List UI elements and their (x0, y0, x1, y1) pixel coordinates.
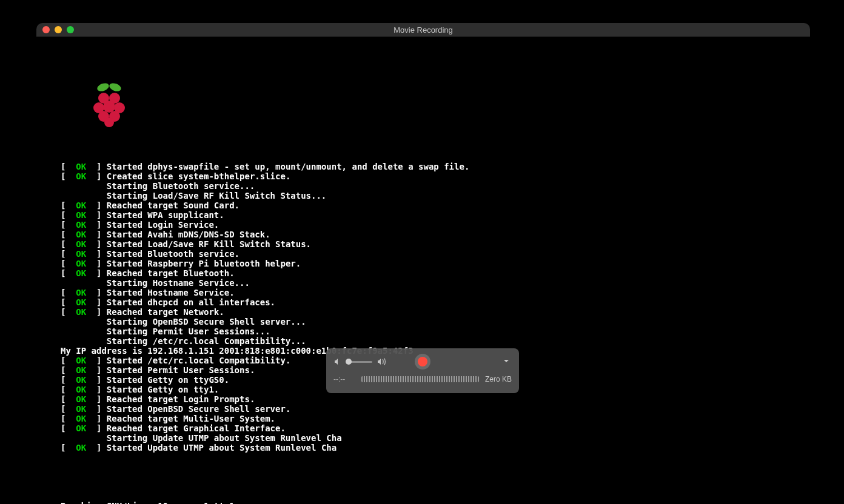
options-chevron-icon[interactable] (503, 357, 512, 366)
boot-line: [ OK ] Reached target Sound Card. (61, 201, 469, 210)
boot-line: Starting Bluetooth service... (61, 181, 469, 191)
boot-line: [ OK ] Started Bluetooth service. (61, 249, 469, 259)
volume-slider[interactable] (347, 361, 372, 363)
boot-line: Starting /etc/rc.local Compatibility... (61, 336, 469, 346)
boot-line: Starting Load/Save RF Kill Switch Status… (61, 191, 469, 201)
svg-point-9 (104, 118, 114, 127)
boot-line: [ OK ] Started Login Service. (61, 220, 469, 230)
recording-filesize: Zero KB (485, 375, 512, 383)
record-icon (418, 357, 427, 366)
boot-line: [ OK ] Started Update UTMP about System … (61, 443, 469, 453)
boot-line: [ OK ] Started Raspberry Pi bluetooth he… (61, 259, 469, 268)
volume-slider-knob[interactable] (346, 359, 352, 365)
os-banner: Raspbian GNU/Linux 10 camera1 tty1 (61, 501, 469, 504)
svg-point-5 (103, 101, 115, 113)
boot-line: [ OK ] Started Load/Save RF Kill Switch … (61, 239, 469, 249)
boot-line: [ OK ] Reached target Login Prompts. (61, 394, 469, 404)
svg-point-1 (108, 82, 122, 93)
boot-line: Starting Hostname Service... (61, 278, 469, 288)
titlebar[interactable]: Movie Recording (36, 23, 810, 37)
boot-line: [ OK ] Reached target Graphical Interfac… (61, 423, 469, 433)
quicktime-window: Movie Recording [ OK ] Started dphys-swa… (36, 23, 810, 465)
boot-line: [ OK ] Created slice system-bthelper.sli… (61, 171, 469, 181)
minimize-icon[interactable] (55, 26, 62, 33)
boot-line: Starting Permit User Sessions... (61, 327, 469, 336)
blank-line (61, 472, 469, 482)
traffic-lights (42, 26, 74, 33)
boot-line: Starting OpenBSD Secure Shell server... (61, 317, 469, 327)
boot-line: Starting Update UTMP about System Runlev… (61, 433, 469, 443)
window-title: Movie Recording (394, 25, 453, 35)
volume-high-icon[interactable] (377, 357, 388, 366)
boot-line: [ OK ] Reached target Bluetooth. (61, 268, 469, 278)
boot-line: [ OK ] Started Hostname Service. (61, 288, 469, 297)
boot-line: [ OK ] Started Avahi mDNS/DNS-SD Stack. (61, 230, 469, 239)
boot-console: [ OK ] Started dphys-swapfile - set up, … (61, 53, 469, 504)
volume-mute-icon[interactable] (333, 357, 342, 366)
recording-time: --:-- (333, 375, 355, 383)
boot-line: [ OK ] Reached target Multi-User System. (61, 414, 469, 423)
close-icon[interactable] (42, 26, 50, 33)
boot-line: [ OK ] Started dhcpcd on all interfaces. (61, 297, 469, 307)
boot-line: [ OK ] Started WPA supplicant. (61, 210, 469, 220)
boot-line: [ OK ] Started dphys-swapfile - set up, … (61, 162, 469, 171)
boot-line: [ OK ] Started OpenBSD Secure Shell serv… (61, 404, 469, 414)
zoom-icon[interactable] (67, 26, 74, 33)
record-button[interactable] (415, 354, 430, 370)
recording-controls: --:-- Zero KB (326, 348, 519, 393)
raspberry-pi-logo-icon (61, 73, 469, 139)
svg-point-0 (96, 82, 110, 93)
audio-level-meter (361, 376, 479, 382)
boot-line: [ OK ] Reached target Network. (61, 307, 469, 317)
